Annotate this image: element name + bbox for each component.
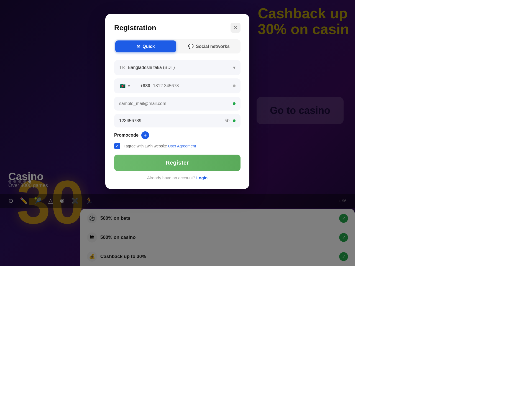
agreement-checkbox[interactable]: ✓ [114,143,120,149]
password-input[interactable] [119,118,225,123]
login-link[interactable]: Login [196,175,208,180]
eye-icon[interactable]: 👁 [225,118,230,124]
flag-icon: 🇧🇩 [119,82,126,89]
user-agreement-link[interactable]: User Agreement [168,144,196,148]
password-field-wrapper: 👁 [114,114,241,127]
quick-tab-label: Quick [142,44,155,49]
login-row: Already have an account? Login [114,175,241,180]
registration-modal: Registration ✕ ✉ Quick 💬 Social networks… [105,14,249,189]
modal-title: Registration [114,24,156,32]
email-dot-indicator [233,102,236,105]
tab-quick[interactable]: ✉ Quick [115,40,176,52]
flag-dropdown-icon: ▾ [128,84,130,88]
email-field-wrapper [114,97,241,111]
phone-prefix: +880 [140,83,150,88]
agreement-text: I agree with 1win website User Agreement [124,144,196,148]
promo-add-button[interactable]: + [141,131,149,139]
password-form-group: 👁 [114,114,241,127]
agreement-row: ✓ I agree with 1win website User Agreeme… [114,143,241,149]
phone-number-input[interactable] [153,83,230,88]
plus-icon: + [144,132,147,138]
password-dot-indicator [233,119,236,122]
close-icon: ✕ [234,25,238,31]
phone-dot-indicator [233,85,236,87]
currency-select-left: Tk Bangladeshi taka (BDT) [119,65,175,71]
close-button[interactable]: ✕ [231,23,241,33]
phone-field[interactable]: 🇧🇩 ▾ +880 [114,78,241,93]
quick-tab-icon: ✉ [137,44,140,49]
currency-label: Bangladeshi taka (BDT) [128,65,175,70]
social-tab-label: Social networks [196,44,230,49]
phone-divider [135,83,135,89]
tab-social-networks[interactable]: 💬 Social networks [178,40,239,52]
promo-row: Promocode + [114,131,241,139]
currency-symbol: Tk [119,65,125,71]
chevron-down-icon: ▾ [233,65,236,71]
flag-selector[interactable]: 🇧🇩 ▾ [119,82,130,89]
modal-header: Registration ✕ [114,23,241,33]
promo-label: Promocode [114,133,139,138]
currency-select[interactable]: Tk Bangladeshi taka (BDT) ▾ [114,60,241,75]
registration-tabs: ✉ Quick 💬 Social networks [114,39,241,53]
currency-form-group: Tk Bangladeshi taka (BDT) ▾ [114,60,241,75]
phone-form-group: 🇧🇩 ▾ +880 [114,78,241,93]
email-form-group [114,97,241,111]
email-input[interactable] [119,101,233,106]
register-button[interactable]: Register [114,155,241,171]
social-tab-icon: 💬 [188,44,194,49]
already-text: Already have an account? [147,175,195,180]
